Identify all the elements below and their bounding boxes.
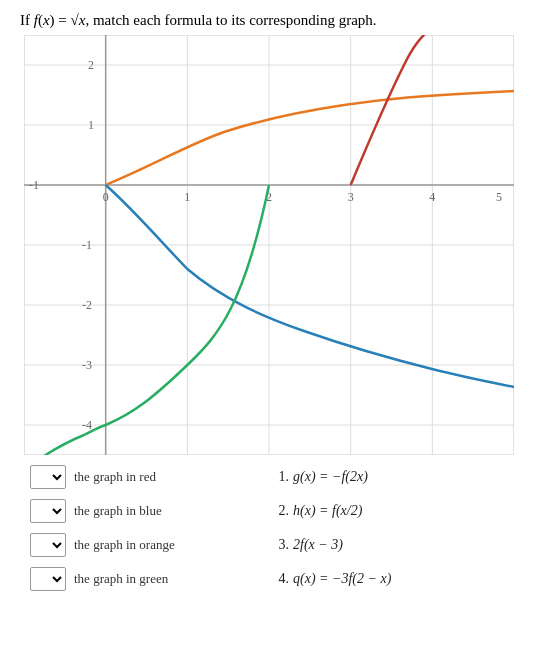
svg-text:1: 1 [184, 190, 190, 204]
svg-text:2: 2 [88, 58, 94, 72]
svg-text:1: 1 [88, 118, 94, 132]
formula-1: 1. g(x) = −f(2x) [279, 465, 508, 489]
label-green: the graph in green [74, 571, 168, 587]
match-row-green: 1 2 3 4 the graph in green [30, 567, 259, 591]
svg-text:4: 4 [429, 190, 435, 204]
formula-3-text: 2f(x − 3) [293, 537, 343, 553]
svg-text:-1: -1 [29, 178, 39, 192]
svg-text:5: 5 [496, 190, 502, 204]
dropdown-green[interactable]: 1 2 3 4 [30, 567, 66, 591]
dropdown-blue[interactable]: 1 2 3 4 [30, 499, 66, 523]
match-row-red: 1 2 3 4 the graph in red [30, 465, 259, 489]
label-blue: the graph in blue [74, 503, 162, 519]
label-orange: the graph in orange [74, 537, 175, 553]
svg-text:0: 0 [102, 190, 108, 204]
formula-1-num: 1. [279, 469, 290, 485]
dropdown-orange[interactable]: 1 2 3 4 [30, 533, 66, 557]
svg-text:-2: -2 [82, 298, 92, 312]
matching-section: 1 2 3 4 the graph in red 1. g(x) = −f(2x… [0, 455, 537, 591]
graph-svg: 0 1 2 3 4 5 -1 2 1 -1 -2 -3 -4 [24, 35, 514, 455]
svg-text:-3: -3 [82, 358, 92, 372]
formula-4-text: q(x) = −3f(2 − x) [293, 571, 391, 587]
svg-text:-4: -4 [82, 418, 92, 432]
label-red: the graph in red [74, 469, 156, 485]
match-row-orange: 1 2 3 4 the graph in orange [30, 533, 259, 557]
match-row-blue: 1 2 3 4 the graph in blue [30, 499, 259, 523]
formula-4: 4. q(x) = −3f(2 − x) [279, 567, 508, 591]
formula-1-text: g(x) = −f(2x) [293, 469, 368, 485]
dropdown-red[interactable]: 1 2 3 4 [30, 465, 66, 489]
formula-4-num: 4. [279, 571, 290, 587]
formula-2: 2. h(x) = f(x/2) [279, 499, 508, 523]
header: If f(x) = √x, match each formula to its … [0, 0, 537, 35]
header-text: If f(x) = √x, match each formula to its … [20, 12, 377, 28]
graph-container: 0 1 2 3 4 5 -1 2 1 -1 -2 -3 -4 [24, 35, 514, 455]
formula-3: 3. 2f(x − 3) [279, 533, 508, 557]
formula-2-num: 2. [279, 503, 290, 519]
svg-text:-1: -1 [82, 238, 92, 252]
svg-text:3: 3 [347, 190, 353, 204]
formula-2-text: h(x) = f(x/2) [293, 503, 362, 519]
formula-3-num: 3. [279, 537, 290, 553]
